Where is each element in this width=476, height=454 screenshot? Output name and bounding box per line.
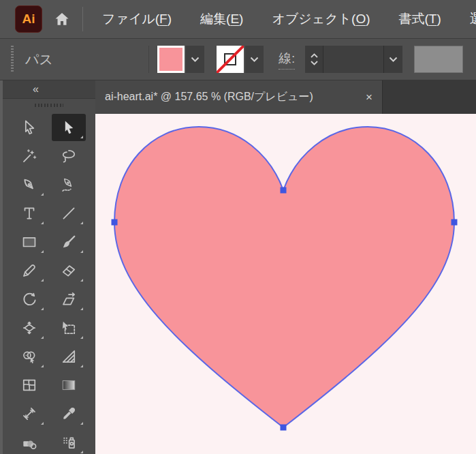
pen-tool-icon <box>20 176 38 194</box>
document-tab-title: ai-heart.ai* @ 157.65 % (RGB/プレビュー) <box>105 90 360 104</box>
tool-eraser[interactable] <box>52 257 86 284</box>
menu-bar: Ai ファイル(F)編集(E)オブジェクト(O)書式(T)選択(S) <box>0 0 476 39</box>
chevron-up-icon <box>311 53 318 58</box>
stroke-weight-control <box>305 46 402 73</box>
curvature-tool-icon <box>60 176 78 194</box>
menu-list: ファイル(F)編集(E)オブジェクト(O)書式(T)選択(S) <box>102 10 476 28</box>
control-bar-grip[interactable] <box>11 46 14 73</box>
stroke-weight-input[interactable] <box>323 46 383 73</box>
tool-lasso[interactable] <box>52 142 86 170</box>
menu-file[interactable]: ファイル(F) <box>102 10 172 28</box>
tab-close-icon[interactable]: × <box>366 91 372 104</box>
chevron-down-icon <box>250 57 259 63</box>
rotate-tool-icon <box>20 290 38 308</box>
heart-shape[interactable] <box>114 127 454 427</box>
control-bar-divider <box>148 46 149 73</box>
gradient-tool-icon <box>60 376 78 394</box>
measure-tool-icon <box>20 405 38 423</box>
shape-builder-tool-icon <box>20 348 38 365</box>
fill-swatch-color <box>159 48 183 71</box>
tool-symbol-sprayer[interactable] <box>52 429 86 454</box>
anchor-point[interactable] <box>112 220 118 226</box>
menu-edit[interactable]: 編集(E) <box>200 10 243 28</box>
stroke-panel-link[interactable]: 線: <box>279 50 295 70</box>
tool-gradient[interactable] <box>52 372 86 399</box>
anchor-point[interactable] <box>281 425 287 431</box>
tools-dock: « <box>3 80 95 454</box>
direct-selection-tool-icon <box>60 119 78 136</box>
mesh-tool-icon <box>20 376 38 394</box>
menubar-divider <box>82 7 83 31</box>
chevron-down-icon <box>389 57 398 63</box>
pencil-tool-icon <box>20 262 38 279</box>
tool-pen[interactable] <box>12 171 46 198</box>
tool-mesh[interactable] <box>12 372 46 399</box>
tool-type[interactable] <box>12 200 46 227</box>
eraser-tool-icon <box>60 262 78 279</box>
fill-color-control[interactable] <box>157 46 204 73</box>
magic-wand-tool-icon <box>20 147 38 165</box>
perspective-grid-tool-icon <box>60 348 78 365</box>
menu-type[interactable]: 書式(T) <box>399 10 441 28</box>
tool-magic-wand[interactable] <box>12 142 46 170</box>
toolbar-grip[interactable] <box>35 104 63 107</box>
tool-rotate[interactable] <box>12 286 46 313</box>
tool-line-segment[interactable] <box>52 200 86 227</box>
selection-type-label: パス <box>25 50 53 69</box>
tool-pencil[interactable] <box>12 257 46 284</box>
tool-selection[interactable] <box>12 114 46 141</box>
dock-edge <box>0 80 3 454</box>
document-tab-bar: ai-heart.ai* @ 157.65 % (RGB/プレビュー) × <box>95 80 476 114</box>
tool-shear[interactable] <box>52 286 86 313</box>
lasso-tool-icon <box>60 147 78 165</box>
anchor-point[interactable] <box>451 220 458 226</box>
fill-dropdown-button[interactable] <box>186 46 204 73</box>
tool-measure[interactable] <box>12 400 46 427</box>
document-tab[interactable]: ai-heart.ai* @ 157.65 % (RGB/プレビュー) × <box>95 80 383 114</box>
tool-paintbrush[interactable] <box>52 228 86 256</box>
tool-shape-builder[interactable] <box>12 343 46 370</box>
selection-tool-icon <box>20 119 38 136</box>
stroke-weight-dropdown[interactable] <box>383 46 402 73</box>
workspace: « ai-heart.ai* @ 157.65 % (RGB/プレビュー) × <box>0 80 476 454</box>
tool-perspective-grid[interactable] <box>52 343 86 370</box>
tool-width[interactable] <box>12 314 46 342</box>
width-profile-dropdown[interactable] <box>414 46 463 73</box>
app-logo-ai[interactable]: Ai <box>15 5 42 33</box>
anchor-point[interactable] <box>281 187 287 194</box>
blend-tool-icon <box>20 434 38 451</box>
stroke-dropdown-button[interactable] <box>245 46 264 73</box>
tool-direct-selection[interactable] <box>52 114 86 141</box>
stroke-weight-stepper[interactable] <box>305 46 323 73</box>
tool-curvature[interactable] <box>52 171 86 198</box>
tool-blend[interactable] <box>12 429 46 454</box>
toolbar-panel <box>3 99 95 454</box>
symbol-sprayer-tool-icon <box>60 434 78 451</box>
chevron-down-icon <box>311 61 318 65</box>
tool-rectangle[interactable] <box>12 228 46 256</box>
width-tool-icon <box>20 319 38 337</box>
toolbar-header: « <box>3 80 95 99</box>
document-area: ai-heart.ai* @ 157.65 % (RGB/プレビュー) × <box>95 80 476 454</box>
free-transform-tool-icon <box>60 319 78 337</box>
line-segment-tool-icon <box>60 205 78 222</box>
collapse-panel-icon[interactable]: « <box>33 84 39 95</box>
no-color-slash-icon <box>217 46 244 73</box>
eyedropper-tool-icon <box>60 405 78 423</box>
home-icon[interactable] <box>52 10 72 28</box>
stroke-color-control[interactable] <box>217 46 264 73</box>
tool-eyedropper[interactable] <box>52 400 86 427</box>
rectangle-tool-icon <box>20 233 38 251</box>
chevron-down-icon <box>191 57 200 63</box>
tool-grid <box>3 114 95 454</box>
tool-free-transform[interactable] <box>52 314 86 342</box>
control-bar: パス 線: <box>0 39 476 80</box>
shear-tool-icon <box>60 290 78 308</box>
paintbrush-tool-icon <box>60 233 78 251</box>
canvas-artboard[interactable] <box>95 114 476 454</box>
type-tool-icon <box>20 205 38 222</box>
stroke-swatch-none[interactable] <box>217 46 244 73</box>
menu-select[interactable]: 選択(S) <box>470 10 476 28</box>
menu-object[interactable]: オブジェクト(O) <box>272 10 370 28</box>
fill-swatch[interactable] <box>157 46 185 73</box>
